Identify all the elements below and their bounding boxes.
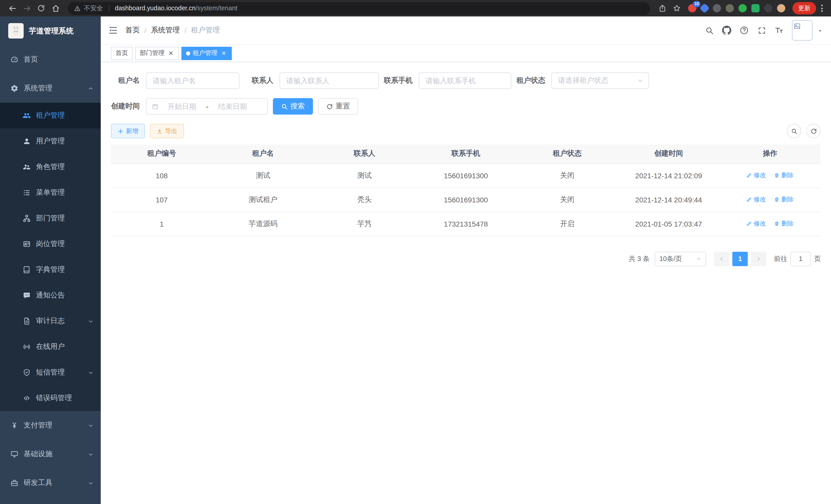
phone-input[interactable] <box>419 72 511 89</box>
extension-icon-3[interactable] <box>713 4 721 12</box>
reset-button[interactable]: 重置 <box>318 98 358 115</box>
sidebar-item-system[interactable]: 系统管理 <box>0 74 101 103</box>
tenant-name-input[interactable] <box>146 72 239 89</box>
sidebar-item-menu[interactable]: 菜单管理 <box>0 180 101 206</box>
sidebar-item-tenant[interactable]: 租户管理 <box>0 103 101 128</box>
breadcrumb-home[interactable]: 首页 <box>125 26 140 35</box>
sidebar-toggle-button[interactable] <box>101 17 125 44</box>
date-range-picker[interactable]: - <box>146 98 268 115</box>
browser-menu-button[interactable] <box>818 2 826 15</box>
cell-tenant-id: 107 <box>111 187 212 212</box>
sidebar-item-label: 菜单管理 <box>36 188 93 197</box>
export-button[interactable]: 导出 <box>150 124 184 138</box>
sidebar-item-dept[interactable]: 部门管理 <box>0 206 101 231</box>
sidebar-item-auditlog[interactable]: 审计日志 <box>0 308 101 334</box>
chevron-left-icon <box>718 256 725 262</box>
delete-link[interactable]: 删除 <box>774 219 794 228</box>
search-icon <box>791 128 797 135</box>
toggle-search-button[interactable] <box>787 124 801 138</box>
contact-input[interactable] <box>280 72 379 89</box>
sidebar-item-post[interactable]: 岗位管理 <box>0 231 101 257</box>
edit-link[interactable]: 修改 <box>746 219 766 228</box>
tab-tenant[interactable]: 租户管理 <box>181 47 232 60</box>
pagination-total: 共 3 条 <box>629 254 650 263</box>
sidebar-item-payment[interactable]: 支付管理 <box>0 411 101 440</box>
tab-home[interactable]: 首页 <box>111 47 133 60</box>
search-button-label: 搜索 <box>290 102 305 111</box>
chevron-up-icon <box>88 86 93 91</box>
breadcrumb-system[interactable]: 系统管理 <box>151 26 180 35</box>
add-button[interactable]: 新增 <box>111 124 145 138</box>
delete-link[interactable]: 删除 <box>774 195 794 204</box>
next-page-button[interactable] <box>751 251 766 266</box>
browser-forward-button[interactable] <box>20 1 34 16</box>
dashboard-icon <box>10 56 19 64</box>
table-header-row: 租户编号 租户名 联系人 联系手机 租户状态 创建时间 操作 <box>111 144 821 164</box>
delete-link[interactable]: 删除 <box>774 171 794 180</box>
filter-tenant-name: 租户名 <box>111 72 239 89</box>
status-select[interactable]: 请选择租户状态 <box>551 72 649 89</box>
page-number-button[interactable]: 1 <box>732 251 748 266</box>
header-search-button[interactable] <box>700 16 718 45</box>
breadcrumb: 首页 / 系统管理 / 租户管理 <box>125 26 220 35</box>
sidebar-logo[interactable]: 芋道管理系统 <box>0 17 101 45</box>
sidebar-item-dashboard[interactable]: 首页 <box>0 45 101 74</box>
extension-icon-6[interactable] <box>751 4 760 12</box>
sidebar-item-label: 研发工具 <box>24 478 83 487</box>
github-link-button[interactable] <box>718 16 736 45</box>
browser-home-button[interactable] <box>48 1 63 16</box>
browser-update-button[interactable]: 更新 <box>793 2 816 14</box>
extension-icon-1[interactable]: 10 <box>688 4 696 12</box>
fullscreen-button[interactable] <box>753 16 770 45</box>
tab-label: 部门管理 <box>140 49 165 58</box>
date-start-input[interactable] <box>161 102 203 111</box>
extension-icon-2[interactable] <box>699 3 710 13</box>
sidebar-item-infra[interactable]: 基础设施 <box>0 440 101 469</box>
close-icon[interactable] <box>220 50 227 57</box>
sidebar-item-user[interactable]: 用户管理 <box>0 128 101 154</box>
filter-row-2: 创建时间 - 搜索 重置 <box>111 98 821 115</box>
user-menu-caret[interactable] <box>814 24 826 36</box>
calendar-icon <box>152 103 159 110</box>
browser-toolbar: 不安全 dashboard.yudao.iocoder.cn/system/te… <box>0 0 831 17</box>
sidebar-item-errorcode[interactable]: 错误码管理 <box>0 385 101 411</box>
goto-page-input[interactable] <box>791 251 811 266</box>
prev-page-button[interactable] <box>714 251 729 266</box>
chevron-down-icon <box>88 480 93 486</box>
extension-icon-4[interactable] <box>726 4 734 12</box>
date-end-input[interactable] <box>211 102 254 111</box>
address-bar[interactable]: 不安全 dashboard.yudao.iocoder.cn/system/te… <box>68 2 650 14</box>
field-label: 联系手机 <box>384 76 419 85</box>
caret-down-icon <box>818 29 823 34</box>
extension-icon-7[interactable] <box>764 4 772 12</box>
tab-dept[interactable]: 部门管理 <box>135 47 179 60</box>
sidebar-item-notice[interactable]: 通知公告 <box>0 283 101 308</box>
browser-back-button[interactable] <box>5 1 20 16</box>
help-button[interactable] <box>736 16 753 45</box>
sidebar-item-role[interactable]: 角色管理 <box>0 154 101 180</box>
bookmark-star-button[interactable] <box>670 1 684 16</box>
browser-reload-button[interactable] <box>34 1 48 16</box>
font-size-button[interactable] <box>770 16 788 45</box>
share-button[interactable] <box>655 1 670 16</box>
search-button[interactable]: 搜索 <box>273 98 313 115</box>
sidebar-item-sms[interactable]: 短信管理 <box>0 360 101 385</box>
user-avatar[interactable] <box>792 20 812 40</box>
sidebar-item-devtools[interactable]: 研发工具 <box>0 469 101 497</box>
extension-icon-8[interactable] <box>777 4 785 12</box>
sidebar-item-online[interactable]: 在线用户 <box>0 334 101 360</box>
sms-shield-icon <box>23 368 31 377</box>
cell-contact: 测试 <box>314 164 415 187</box>
page-size-select[interactable]: 10条/页 <box>655 251 706 266</box>
close-icon[interactable] <box>167 50 174 57</box>
edit-link[interactable]: 修改 <box>746 171 766 180</box>
extension-icon-5[interactable] <box>739 4 747 12</box>
sidebar-item-label: 在线用户 <box>36 342 93 351</box>
column-created: 创建时间 <box>618 144 719 164</box>
refresh-table-button[interactable] <box>806 124 821 138</box>
edit-pencil-icon <box>746 173 752 178</box>
edit-link[interactable]: 修改 <box>746 195 766 204</box>
sidebar-item-dict[interactable]: 字典管理 <box>0 257 101 283</box>
tenant-table: 租户编号 租户名 联系人 联系手机 租户状态 创建时间 操作 108 测试 <box>111 144 821 236</box>
column-phone: 联系手机 <box>415 144 517 164</box>
